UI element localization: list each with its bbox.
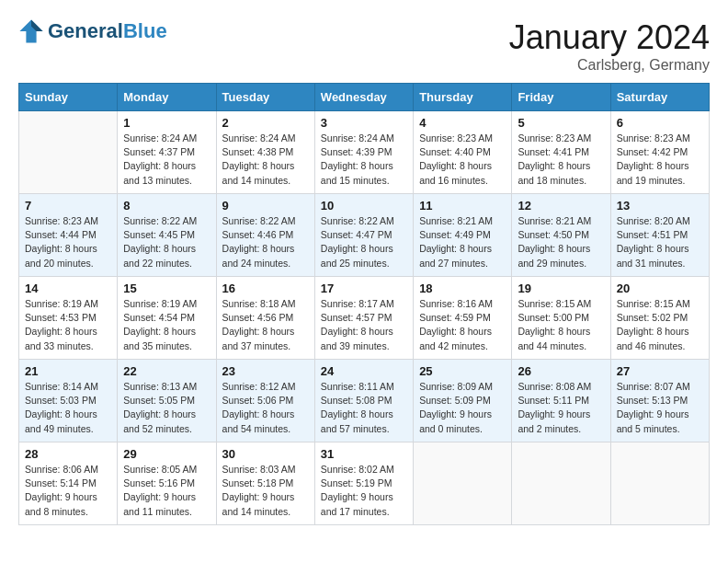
day-number: 11	[419, 199, 506, 213]
day-info: Sunrise: 8:02 AMSunset: 5:19 PMDaylight:…	[321, 463, 407, 519]
day-cell: 14Sunrise: 8:19 AMSunset: 4:53 PMDayligh…	[19, 277, 118, 360]
day-info: Sunrise: 8:05 AMSunset: 5:16 PMDaylight:…	[123, 463, 210, 519]
day-cell: 24Sunrise: 8:11 AMSunset: 5:08 PMDayligh…	[314, 360, 413, 442]
day-info: Sunrise: 8:12 AMSunset: 5:06 PMDaylight:…	[222, 380, 309, 436]
day-cell: 29Sunrise: 8:05 AMSunset: 5:16 PMDayligh…	[118, 442, 216, 525]
day-info: Sunrise: 8:06 AMSunset: 5:14 PMDaylight:…	[25, 463, 111, 519]
day-cell: 1Sunrise: 8:24 AMSunset: 4:37 PMDaylight…	[118, 111, 216, 194]
logo-general: General	[48, 19, 123, 43]
day-info: Sunrise: 8:03 AMSunset: 5:18 PMDaylight:…	[222, 463, 309, 519]
day-number: 22	[123, 364, 210, 378]
day-cell	[19, 111, 118, 194]
day-info: Sunrise: 8:24 AMSunset: 4:37 PMDaylight:…	[123, 132, 210, 188]
calendar-table: SundayMondayTuesdayWednesdayThursdayFrid…	[18, 83, 710, 525]
day-info: Sunrise: 8:24 AMSunset: 4:38 PMDaylight:…	[222, 132, 309, 188]
day-cell: 6Sunrise: 8:23 AMSunset: 4:42 PMDaylight…	[610, 111, 709, 194]
weekday-row: SundayMondayTuesdayWednesdayThursdayFrid…	[19, 84, 710, 111]
day-cell: 11Sunrise: 8:21 AMSunset: 4:49 PMDayligh…	[414, 194, 512, 277]
day-info: Sunrise: 8:15 AMSunset: 5:00 PMDaylight:…	[518, 297, 604, 353]
day-cell: 23Sunrise: 8:12 AMSunset: 5:06 PMDayligh…	[216, 360, 314, 442]
day-cell: 17Sunrise: 8:17 AMSunset: 4:57 PMDayligh…	[314, 277, 413, 360]
weekday-header-monday: Monday	[118, 84, 216, 111]
day-info: Sunrise: 8:08 AMSunset: 5:11 PMDaylight:…	[518, 380, 604, 436]
calendar-body: 1Sunrise: 8:24 AMSunset: 4:37 PMDaylight…	[19, 111, 710, 525]
day-info: Sunrise: 8:21 AMSunset: 4:49 PMDaylight:…	[419, 214, 506, 270]
day-info: Sunrise: 8:23 AMSunset: 4:42 PMDaylight:…	[617, 132, 703, 188]
day-cell: 4Sunrise: 8:23 AMSunset: 4:40 PMDaylight…	[414, 111, 512, 194]
day-cell: 28Sunrise: 8:06 AMSunset: 5:14 PMDayligh…	[19, 442, 118, 525]
day-info: Sunrise: 8:23 AMSunset: 4:44 PMDaylight:…	[25, 214, 111, 270]
day-cell: 8Sunrise: 8:22 AMSunset: 4:45 PMDaylight…	[118, 194, 216, 277]
day-number: 6	[617, 116, 703, 130]
day-number: 30	[222, 447, 309, 461]
logo-blue: Blue	[123, 19, 167, 43]
day-cell: 2Sunrise: 8:24 AMSunset: 4:38 PMDaylight…	[216, 111, 314, 194]
day-cell: 31Sunrise: 8:02 AMSunset: 5:19 PMDayligh…	[314, 442, 413, 525]
day-info: Sunrise: 8:11 AMSunset: 5:08 PMDaylight:…	[321, 380, 407, 436]
day-number: 21	[25, 364, 111, 378]
day-number: 8	[123, 199, 210, 213]
calendar-header: SundayMondayTuesdayWednesdayThursdayFrid…	[19, 84, 710, 111]
day-number: 10	[321, 199, 407, 213]
day-info: Sunrise: 8:22 AMSunset: 4:47 PMDaylight:…	[321, 214, 407, 270]
day-info: Sunrise: 8:16 AMSunset: 4:59 PMDaylight:…	[419, 297, 506, 353]
month-title: January 2024	[509, 18, 710, 57]
day-number: 20	[617, 282, 703, 295]
day-info: Sunrise: 8:24 AMSunset: 4:39 PMDaylight:…	[321, 132, 407, 188]
day-cell: 12Sunrise: 8:21 AMSunset: 4:50 PMDayligh…	[512, 194, 610, 277]
logo-icon	[18, 18, 44, 44]
day-number: 4	[419, 116, 506, 130]
weekday-header-thursday: Thursday	[414, 84, 512, 111]
day-info: Sunrise: 8:23 AMSunset: 4:41 PMDaylight:…	[518, 132, 604, 188]
day-info: Sunrise: 8:09 AMSunset: 5:09 PMDaylight:…	[419, 380, 506, 436]
day-info: Sunrise: 8:13 AMSunset: 5:05 PMDaylight:…	[123, 380, 210, 436]
day-cell: 20Sunrise: 8:15 AMSunset: 5:02 PMDayligh…	[610, 277, 709, 360]
day-number: 28	[25, 447, 111, 461]
day-cell: 5Sunrise: 8:23 AMSunset: 4:41 PMDaylight…	[512, 111, 610, 194]
day-info: Sunrise: 8:17 AMSunset: 4:57 PMDaylight:…	[321, 297, 407, 353]
day-cell: 30Sunrise: 8:03 AMSunset: 5:18 PMDayligh…	[216, 442, 314, 525]
day-number: 3	[321, 116, 407, 130]
day-number: 13	[617, 199, 703, 213]
day-number: 7	[25, 199, 111, 213]
logo: General Blue	[18, 18, 167, 44]
day-number: 27	[617, 364, 703, 378]
day-cell: 21Sunrise: 8:14 AMSunset: 5:03 PMDayligh…	[19, 360, 118, 442]
day-cell: 22Sunrise: 8:13 AMSunset: 5:05 PMDayligh…	[118, 360, 216, 442]
day-number: 1	[123, 116, 210, 130]
day-info: Sunrise: 8:18 AMSunset: 4:56 PMDaylight:…	[222, 297, 309, 353]
week-row-1: 1Sunrise: 8:24 AMSunset: 4:37 PMDaylight…	[19, 111, 710, 194]
day-number: 31	[321, 447, 407, 461]
title-area: January 2024 Carlsberg, Germany	[509, 18, 710, 74]
day-info: Sunrise: 8:20 AMSunset: 4:51 PMDaylight:…	[617, 214, 703, 270]
day-number: 24	[321, 364, 407, 378]
week-row-5: 28Sunrise: 8:06 AMSunset: 5:14 PMDayligh…	[19, 442, 710, 525]
week-row-2: 7Sunrise: 8:23 AMSunset: 4:44 PMDaylight…	[19, 194, 710, 277]
day-info: Sunrise: 8:23 AMSunset: 4:40 PMDaylight:…	[419, 132, 506, 188]
day-cell	[512, 442, 610, 525]
day-info: Sunrise: 8:19 AMSunset: 4:53 PMDaylight:…	[25, 297, 111, 353]
day-number: 9	[222, 199, 309, 213]
day-cell: 3Sunrise: 8:24 AMSunset: 4:39 PMDaylight…	[314, 111, 413, 194]
day-cell: 13Sunrise: 8:20 AMSunset: 4:51 PMDayligh…	[610, 194, 709, 277]
day-cell: 10Sunrise: 8:22 AMSunset: 4:47 PMDayligh…	[314, 194, 413, 277]
weekday-header-sunday: Sunday	[19, 84, 118, 111]
day-info: Sunrise: 8:07 AMSunset: 5:13 PMDaylight:…	[617, 380, 703, 436]
weekday-header-tuesday: Tuesday	[216, 84, 314, 111]
week-row-4: 21Sunrise: 8:14 AMSunset: 5:03 PMDayligh…	[19, 360, 710, 442]
day-cell: 19Sunrise: 8:15 AMSunset: 5:00 PMDayligh…	[512, 277, 610, 360]
day-info: Sunrise: 8:14 AMSunset: 5:03 PMDaylight:…	[25, 380, 111, 436]
day-cell	[414, 442, 512, 525]
day-info: Sunrise: 8:19 AMSunset: 4:54 PMDaylight:…	[123, 297, 210, 353]
weekday-header-friday: Friday	[512, 84, 610, 111]
day-number: 23	[222, 364, 309, 378]
day-number: 14	[25, 282, 111, 295]
day-info: Sunrise: 8:21 AMSunset: 4:50 PMDaylight:…	[518, 214, 604, 270]
day-cell: 25Sunrise: 8:09 AMSunset: 5:09 PMDayligh…	[414, 360, 512, 442]
day-number: 15	[123, 282, 210, 295]
day-number: 17	[321, 282, 407, 295]
day-number: 19	[518, 282, 604, 295]
week-row-3: 14Sunrise: 8:19 AMSunset: 4:53 PMDayligh…	[19, 277, 710, 360]
day-cell: 9Sunrise: 8:22 AMSunset: 4:46 PMDaylight…	[216, 194, 314, 277]
day-number: 5	[518, 116, 604, 130]
